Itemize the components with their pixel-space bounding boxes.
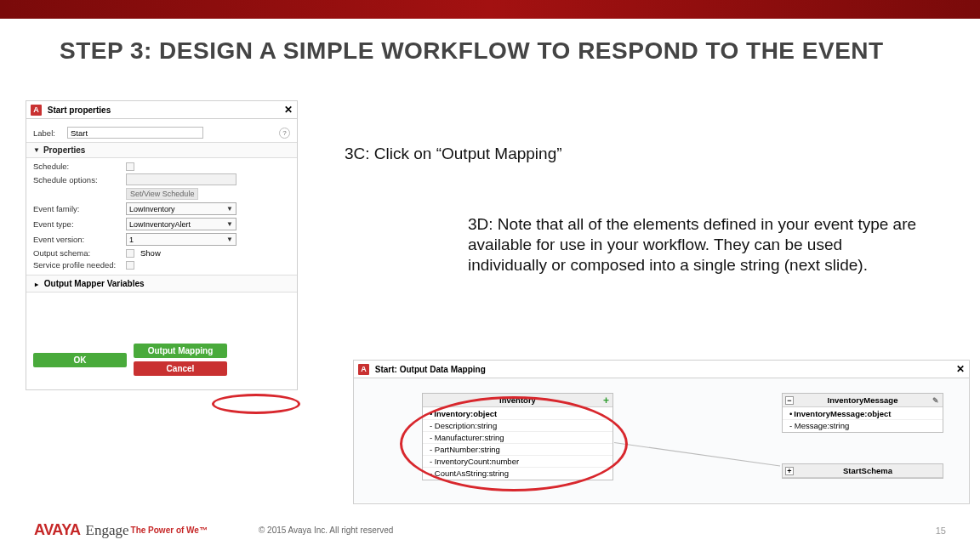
- emphasis-ellipse-output-mapping: [212, 394, 300, 414]
- output-data-mapping-panel: A Start: Output Data Mapping ✕ Inventory…: [353, 360, 970, 504]
- panel2-title-text: Start: Output Data Mapping: [375, 364, 486, 373]
- collapse-icon[interactable]: −: [785, 396, 794, 405]
- panel-titlebar: A Start properties ✕: [26, 101, 297, 119]
- schema-item[interactable]: •InventoryMessage:object: [783, 408, 943, 420]
- avaya-logo-icon: A: [31, 105, 42, 116]
- close-icon[interactable]: ✕: [284, 104, 293, 116]
- label-input[interactable]: [67, 127, 203, 139]
- schedule-checkbox[interactable]: [126, 162, 134, 171]
- schedule-options-label: Schedule options:: [33, 175, 122, 185]
- schedule-label: Schedule:: [33, 162, 122, 171]
- event-family-label: Event family:: [33, 204, 122, 213]
- engage-script: Engage: [86, 522, 129, 539]
- expand-icon[interactable]: +: [785, 467, 794, 475]
- start-properties-panel: A Start properties ✕ Label: ? ▼ Properti…: [26, 100, 298, 390]
- footer: AVAYA Engage The Power of We™ © 2015 Ava…: [34, 521, 946, 539]
- start-schema-title: + StartSchema: [783, 464, 943, 478]
- output-schema-checkbox[interactable]: [126, 249, 134, 258]
- brand-band: [0, 0, 980, 19]
- plus-icon[interactable]: +: [603, 395, 609, 406]
- schema-item[interactable]: - InventoryCount:number: [423, 456, 612, 468]
- schema-item[interactable]: - Message:string: [783, 420, 943, 431]
- copyright: © 2015 Avaya Inc. All right reserved: [259, 525, 393, 535]
- event-family-select[interactable]: LowInventory▼: [126, 202, 236, 215]
- panel2-titlebar: A Start: Output Data Mapping ✕: [354, 361, 969, 378]
- close-icon[interactable]: ✕: [956, 363, 965, 375]
- connector-line: [614, 442, 780, 466]
- avaya-logo-icon: A: [358, 364, 369, 375]
- output-schema-label: Output schema:: [33, 248, 122, 258]
- service-profile-label: Service profile needed:: [33, 260, 122, 270]
- event-version-label: Event version:: [33, 235, 122, 244]
- inventory-message-schema-title: − InventoryMessage ✎: [783, 394, 943, 407]
- schema-item[interactable]: - Manufacturer:string: [423, 432, 612, 444]
- slide-title: STEP 3: DESIGN A SIMPLE WORKFLOW TO RESP…: [60, 37, 946, 65]
- edit-icon[interactable]: ✎: [932, 396, 939, 405]
- schema-item[interactable]: - CountAsString:string: [423, 468, 612, 479]
- schema-item[interactable]: - Description:string: [423, 420, 612, 432]
- cancel-button[interactable]: Cancel: [134, 361, 227, 376]
- avaya-brand-logo: AVAYA: [34, 521, 81, 539]
- inventory-schema-box: Inventory + •Inventory:object - Descript…: [422, 393, 613, 480]
- inventory-schema-title: Inventory +: [423, 394, 612, 407]
- note-3c: 3C: Click on “Output Mapping”: [345, 145, 562, 163]
- output-mapper-variables-section[interactable]: ▸ Output Mapper Variables: [26, 275, 297, 293]
- schema-item[interactable]: - PartNumber:string: [423, 444, 612, 456]
- help-icon[interactable]: ?: [279, 128, 290, 139]
- event-version-select[interactable]: 1▼: [126, 233, 236, 246]
- event-type-label: Event type:: [33, 219, 122, 229]
- panel-title-text: Start properties: [48, 105, 111, 114]
- properties-section-label: Properties: [43, 145, 85, 155]
- output-mapping-button[interactable]: Output Mapping: [134, 344, 227, 358]
- label-label: Label:: [33, 128, 64, 138]
- properties-section-header[interactable]: ▼ Properties: [26, 142, 297, 158]
- schema-item[interactable]: •Inventory:object: [423, 408, 612, 420]
- inventory-message-schema-box: − InventoryMessage ✎ •InventoryMessage:o…: [782, 393, 943, 433]
- note-3d: 3D: Note that all of the elements define…: [468, 214, 919, 275]
- ok-button[interactable]: OK: [33, 353, 127, 367]
- service-profile-checkbox[interactable]: [126, 261, 134, 270]
- start-schema-box: + StartSchema: [782, 463, 943, 479]
- schedule-options-input[interactable]: [126, 173, 236, 185]
- tagline: The Power of We™: [131, 525, 208, 535]
- page-number: 15: [936, 525, 946, 536]
- output-schema-show-label: Show: [140, 248, 161, 258]
- set-view-schedule-button[interactable]: Set/View Schedule: [126, 188, 198, 200]
- event-type-select[interactable]: LowInventoryAlert▼: [126, 218, 236, 230]
- caret-down-icon: ▼: [33, 146, 40, 154]
- caret-right-icon: ▸: [35, 281, 38, 288]
